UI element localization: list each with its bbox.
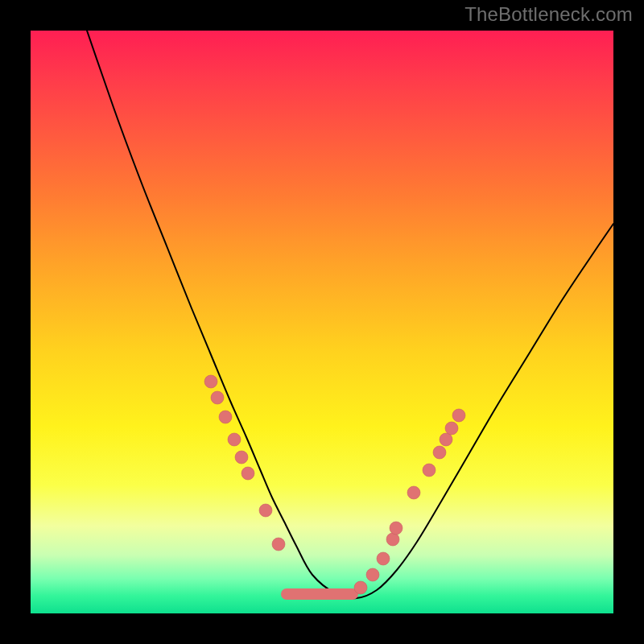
data-dot xyxy=(386,533,399,546)
data-dot xyxy=(228,433,241,446)
data-dot xyxy=(440,433,452,446)
data-dot xyxy=(452,409,465,422)
data-dot xyxy=(235,451,248,464)
data-dot xyxy=(259,504,272,517)
data-dot xyxy=(445,422,458,435)
data-dot xyxy=(242,467,254,480)
data-dot xyxy=(211,391,224,404)
watermark-text: TheBottleneck.com xyxy=(464,3,633,26)
dots-left xyxy=(204,375,285,551)
plot-area xyxy=(31,31,613,613)
data-dot xyxy=(377,552,390,565)
chart-svg xyxy=(31,31,613,613)
chart-frame: TheBottleneck.com xyxy=(0,0,644,644)
data-dot xyxy=(407,486,420,499)
data-dot xyxy=(354,581,367,594)
data-dot xyxy=(390,522,402,535)
data-dot xyxy=(272,538,285,551)
data-dot xyxy=(433,446,446,459)
data-dot xyxy=(219,411,232,423)
bottleneck-curve xyxy=(87,31,613,598)
data-dot xyxy=(423,464,436,477)
data-dot xyxy=(366,568,379,581)
data-dot xyxy=(204,375,217,388)
dots-right xyxy=(354,409,465,594)
